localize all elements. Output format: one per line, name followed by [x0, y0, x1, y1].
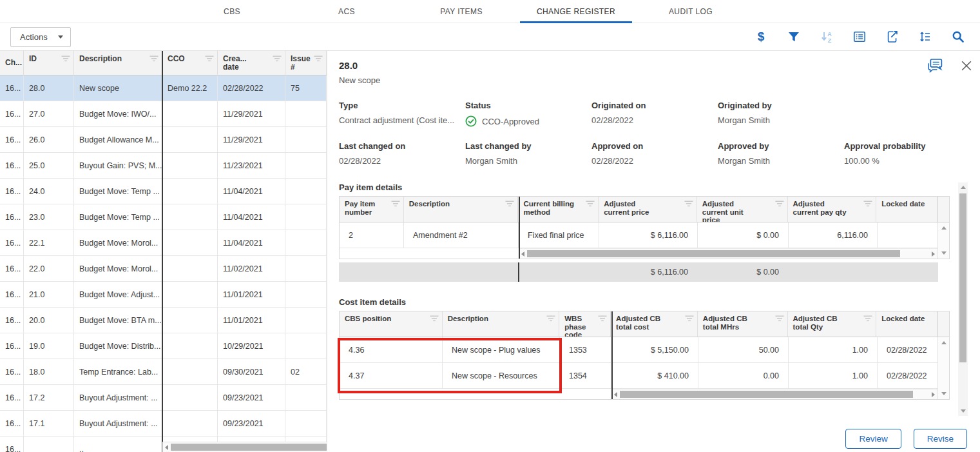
scroll-left-arrow[interactable]	[165, 445, 168, 450]
column-header-description[interactable]: Description	[443, 311, 560, 337]
scroll-down-arrow[interactable]	[941, 392, 946, 395]
table-row[interactable]: 16...22.0Budget Move: Morol...11/02/2021	[0, 256, 327, 282]
actions-button[interactable]: Actions	[10, 27, 71, 47]
table-row[interactable]: 4.37New scope - Resources1354$ 410.000.0…	[340, 363, 949, 389]
filter-icon[interactable]	[61, 55, 70, 64]
table-row[interactable]: 16...17.1Buyout Adjustment: ...09/23/202…	[0, 411, 327, 437]
filter-icon[interactable]	[775, 315, 784, 324]
filter-icon[interactable]	[149, 55, 159, 64]
filter-icon[interactable]	[598, 315, 607, 324]
table-row[interactable]: 16...25.0Buyout Gain: PVS; M...11/23/202…	[0, 153, 327, 179]
scrollbar-track[interactable]	[519, 248, 937, 259]
review-button[interactable]: Review	[845, 429, 901, 449]
column-header-adjusted-current-price[interactable]: Adjusted current price	[599, 197, 697, 222]
column-header-crea-date[interactable]: Crea... date	[218, 51, 285, 75]
list-details-icon[interactable]	[852, 29, 867, 44]
scroll-right-arrow[interactable]	[932, 392, 935, 397]
scroll-thumb[interactable]	[527, 250, 900, 257]
tab-change-register[interactable]: CHANGE REGISTER	[519, 0, 633, 23]
close-icon[interactable]	[959, 59, 974, 73]
filter-icon[interactable]	[586, 201, 595, 209]
scrollbar-track[interactable]	[611, 389, 937, 399]
column-header-locked-date[interactable]: Locked date	[876, 311, 937, 337]
tab-cbs[interactable]: CBS	[175, 0, 289, 23]
table-row[interactable]: 16...27.0Budget Move: IWO/...11/29/2021	[0, 101, 327, 127]
table-row[interactable]: 16...28.0New scopeDemo 22.202/28/202275	[0, 75, 327, 101]
column-header-locked-date[interactable]: Locked date	[876, 197, 937, 222]
scroll-up-arrow[interactable]	[941, 226, 946, 230]
column-header-id[interactable]: ID	[24, 51, 74, 75]
cell: 1353	[560, 337, 611, 362]
filter-icon[interactable]	[205, 55, 214, 64]
column-header-pay-item-number[interactable]: Pay item number	[340, 197, 404, 222]
scroll-right-arrow[interactable]	[932, 251, 935, 257]
dollar-icon[interactable]: $	[753, 29, 769, 44]
table-row[interactable]: 16...24.0Budget Move: Temp ...11/04/2021	[0, 179, 327, 204]
tab-acs[interactable]: ACS	[289, 0, 404, 23]
column-header-adjusted-cb-total-qty[interactable]: Adjusted CB total Qty	[788, 311, 877, 337]
filter-icon[interactable]	[546, 315, 555, 324]
table-row[interactable]: 16...20.0Budget Move: BTA m...11/01/2021	[0, 308, 327, 333]
table-row[interactable]: 16...18.0Temp Entrance: Lab...09/30/2021…	[0, 359, 327, 385]
filter-icon[interactable]	[314, 55, 323, 64]
column-header-adjusted-current-pay-qty[interactable]: Adjusted current pay qty	[788, 197, 877, 222]
field-label: Type	[339, 101, 457, 110]
table-row[interactable]: 16...23.0Budget Move: Temp ...11/04/2021	[0, 204, 327, 230]
revise-button[interactable]: Revise	[914, 429, 967, 449]
comments-icon[interactable]	[925, 57, 945, 75]
filter-icon[interactable]	[430, 315, 439, 324]
filter-icon[interactable]	[786, 29, 802, 44]
table-row[interactable]: 16...19.0Budget Move: Distrib...10/29/20…	[0, 333, 327, 359]
pinned-column-divider	[162, 51, 163, 452]
scroll-down-arrow[interactable]	[961, 409, 966, 413]
filter-icon[interactable]	[863, 315, 872, 324]
vertical-scrollbar[interactable]	[937, 222, 949, 259]
tab-pay-items[interactable]: PAY ITEMS	[404, 0, 519, 23]
panel-vertical-scrollbar[interactable]	[958, 182, 968, 416]
tab-audit-log[interactable]: AUDIT LOG	[633, 0, 748, 23]
cell	[162, 153, 218, 178]
scroll-down-arrow[interactable]	[941, 251, 946, 255]
scroll-up-arrow[interactable]	[941, 341, 946, 344]
table-row[interactable]: 16...26.0Budget Allowance M...11/29/2021	[0, 127, 327, 153]
column-header-issue[interactable]: Issue #	[285, 51, 327, 75]
column-header-cco[interactable]: CCO	[162, 51, 218, 75]
search-icon[interactable]	[950, 29, 966, 44]
detail-fields-row1: TypeContract adjustment (Cost ite...Stat…	[339, 101, 980, 127]
horizontal-scrollbar[interactable]	[340, 389, 937, 399]
export-icon[interactable]	[885, 29, 900, 44]
column-header-cbs-position[interactable]: CBS position	[340, 311, 443, 337]
column-header-adjusted-cb-total-mhrs[interactable]: Adjusted CB total MHrs	[698, 311, 788, 337]
filter-icon[interactable]	[273, 55, 282, 64]
scroll-thumb[interactable]	[959, 193, 966, 362]
column-header-ch[interactable]: Ch...	[0, 51, 24, 75]
filter-icon[interactable]	[775, 201, 784, 209]
filter-icon[interactable]	[685, 315, 694, 324]
scroll-left-arrow[interactable]	[521, 251, 524, 257]
table-row[interactable]: 2Amendment #2Fixed final price$ 6,116.00…	[340, 222, 949, 248]
table-row[interactable]: 16...17.2Buyout Adjustment: ...09/23/202…	[0, 385, 327, 411]
column-header-current-billing-method[interactable]: Current billing method	[518, 197, 599, 222]
scroll-left-arrow[interactable]	[614, 392, 617, 397]
column-header-description[interactable]: Description	[74, 51, 162, 75]
table-row[interactable]: 4.36New scope - Plug values1353$ 5,150.0…	[340, 337, 949, 363]
filter-icon[interactable]	[863, 201, 872, 209]
column-header-adjusted-current-unit-price[interactable]: Adjusted current unit price	[697, 197, 788, 222]
table-row[interactable]: 16...22.1Budget Move: Morol...11/04/2021	[0, 230, 327, 256]
cell: 4.37	[340, 363, 443, 388]
scroll-thumb[interactable]	[620, 391, 913, 398]
vertical-scrollbar[interactable]	[937, 337, 949, 399]
filter-icon[interactable]	[391, 201, 400, 209]
row-height-icon[interactable]	[918, 29, 933, 44]
sort-az-icon[interactable]: AZ	[819, 29, 834, 44]
column-header-description[interactable]: Description	[404, 197, 519, 222]
horizontal-scrollbar[interactable]	[340, 248, 937, 259]
filter-icon[interactable]	[684, 201, 693, 209]
scroll-up-arrow[interactable]	[961, 186, 966, 189]
filter-icon[interactable]	[505, 201, 514, 209]
column-header-adjusted-cb-total-cost[interactable]: Adjusted CB total cost	[611, 311, 698, 337]
scroll-thumb[interactable]	[171, 444, 327, 451]
table-row[interactable]: 16...21.0Budget Move: Adjust...11/01/202…	[0, 282, 327, 308]
column-header-wbs-phase-code[interactable]: WBS phase code	[559, 311, 611, 337]
left-horizontal-scrollbar[interactable]	[162, 442, 327, 452]
